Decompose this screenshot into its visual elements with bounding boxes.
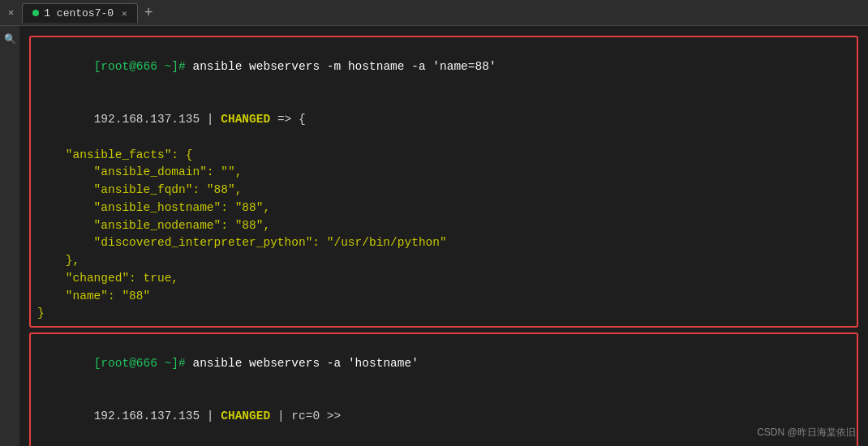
ansible-domain: "ansible_domain": "", — [37, 164, 850, 182]
ip-addr-1: 192.168.137.135 — [94, 113, 200, 126]
terminal-wrapper: 🔍 [root@666 ~]# ansible webservers -m ho… — [0, 26, 868, 446]
command-line-2: [root@666 ~]# ansible webservers -a 'hos… — [37, 337, 850, 390]
search-icon[interactable]: 🔍 — [3, 32, 16, 45]
cmd-2: ansible webservers -a 'hostname' — [186, 357, 419, 370]
command-line-1: [root@666 ~]# ansible webservers -m host… — [37, 41, 850, 93]
output-ip-changed: 192.168.137.135 | CHANGED => { — [37, 93, 850, 146]
command-block-2: [root@666 ~]# ansible webservers -a 'hos… — [29, 332, 858, 446]
prompt-1: [root@666 ~]# — [94, 60, 186, 73]
command-block-1: [root@666 ~]# ansible webservers -m host… — [29, 36, 858, 328]
block-close: } — [37, 305, 850, 323]
output-ip-changed-2: 192.168.137.135 | CHANGED | rc=0 >> — [37, 390, 850, 443]
ansible-nodename: "ansible_nodename": "88", — [37, 217, 850, 235]
ip-addr-2: 192.168.137.135 — [94, 410, 200, 422]
tab-close-icon[interactable]: ✕ — [122, 8, 127, 19]
prompt-2: [root@666 ~]# — [94, 357, 186, 370]
ansible-facts-open: "ansible_facts": { — [37, 147, 850, 165]
cmd-1: ansible webservers -m hostname -a 'name=… — [186, 60, 496, 73]
ansible-hostname: "ansible_hostname": "88", — [37, 199, 850, 217]
changed-true: "changed": true, — [37, 270, 850, 288]
window-close-btn[interactable]: ✕ — [3, 5, 19, 20]
facts-close: }, — [37, 252, 850, 270]
tab-bar: ✕ 1 centos7-0 ✕ + — [0, 0, 868, 26]
tab-label: 1 centos7-0 — [44, 7, 114, 19]
hostname-result: 88 — [37, 444, 850, 447]
terminal-content[interactable]: [root@666 ~]# ansible webservers -m host… — [19, 26, 868, 446]
name-88: "name": "88" — [37, 288, 850, 306]
new-tab-button[interactable]: + — [138, 6, 160, 20]
watermark: CSDN @昨日海棠依旧. — [757, 426, 858, 440]
discovered-interpreter: "discovered_interpreter_python": "/usr/b… — [37, 234, 850, 252]
ansible-fqdn: "ansible_fqdn": "88", — [37, 182, 850, 199]
sidebar-icons: 🔍 — [0, 26, 19, 446]
tab-centos7[interactable]: 1 centos7-0 ✕ — [22, 3, 137, 23]
status-changed-2: CHANGED — [221, 410, 270, 422]
tab-status-dot — [32, 10, 39, 16]
status-changed-1: CHANGED — [221, 113, 270, 126]
